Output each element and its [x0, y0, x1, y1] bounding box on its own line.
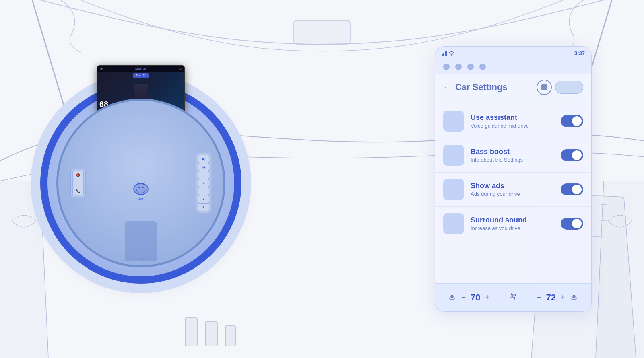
- svg-rect-12: [446, 51, 447, 56]
- toggle-show-ads[interactable]: [561, 183, 583, 195]
- climate-right-minus[interactable]: −: [535, 293, 543, 302]
- skip-back-btn[interactable]: |◀: [198, 163, 209, 171]
- stop-button[interactable]: [537, 80, 552, 95]
- climate-left-minus[interactable]: −: [460, 293, 467, 302]
- menu-btn[interactable]: ☰: [198, 171, 209, 179]
- setting-text-bass-boost: Bass boost Info about the Settings: [471, 148, 554, 163]
- phone-btn[interactable]: 📞: [72, 187, 84, 195]
- climate-right: − 72 +: [535, 292, 579, 303]
- climate-bar: − 70 + − 72 +: [435, 283, 591, 311]
- panel-dot-1: [443, 64, 450, 70]
- setting-item-use-assistant: Use assistant Voice guidance mid-drive: [435, 104, 591, 138]
- stop-icon: [541, 84, 547, 90]
- setting-icon-bass-boost: [443, 145, 464, 166]
- settings-list: Use assistant Voice guidance mid-drive B…: [435, 101, 591, 282]
- svg-rect-11: [445, 51, 446, 56]
- fan-icon: [508, 292, 518, 303]
- nav-street: Main St: [135, 67, 146, 70]
- panel-dot-2: [455, 64, 462, 70]
- climate-left-value: 70: [471, 292, 480, 303]
- steering-outer-ring: ◉ Main St ▭ Main St 68 mph: [40, 82, 242, 284]
- climate-right-value: 72: [546, 292, 555, 303]
- header-left: ← Car Settings: [443, 82, 508, 93]
- setting-name-show-ads: Show ads: [471, 182, 554, 190]
- climate-left: − 70 +: [448, 292, 491, 303]
- setting-name-use-assistant: Use assistant: [471, 113, 554, 122]
- airbag-label: AIR BAG: [134, 257, 147, 260]
- setting-item-bass-boost: Bass boost Info about the Settings: [435, 138, 591, 173]
- svg-point-8: [142, 187, 144, 188]
- settings-panel: 3:37 ← Car Settings Use assistant Voice …: [435, 46, 592, 312]
- heat-seat-icon: [448, 292, 456, 303]
- status-bar: 3:37: [435, 47, 591, 60]
- heat-seat-right-icon: [570, 292, 578, 303]
- toggle-surround-sound[interactable]: [561, 218, 583, 230]
- steering-right-group: ▶| |◀ ☰ ✓ ← ▲ ▼: [196, 153, 211, 213]
- climate-center: [508, 292, 518, 303]
- svg-rect-0: [294, 20, 350, 44]
- mute-btn[interactable]: 🔇: [72, 171, 84, 179]
- steering-buttons-right: ▶| |◀ ☰ ✓ ← ▲ ▼: [196, 153, 211, 213]
- panel-header: ← Car Settings: [435, 74, 591, 101]
- nav-street-label: Main St: [133, 73, 149, 78]
- steering-buttons-left: 🔇 − 📞: [70, 169, 86, 197]
- setting-text-use-assistant: Use assistant Voice guidance mid-drive: [471, 113, 554, 129]
- header-right: [537, 80, 583, 95]
- svg-point-7: [138, 187, 140, 188]
- down-btn[interactable]: ▼: [198, 203, 209, 211]
- toggle-knob-surround-sound: [572, 219, 582, 228]
- climate-right-plus[interactable]: +: [559, 293, 567, 302]
- android-label: adt: [131, 197, 151, 201]
- android-logo: adt: [131, 181, 151, 201]
- setting-icon-surround-sound: [443, 213, 464, 234]
- steering-wheel-section: ◉ Main St ▭ Main St 68 mph: [24, 32, 258, 334]
- steering-left-group: 🔇 − 📞: [70, 169, 86, 197]
- panel-title: Car Settings: [455, 82, 508, 93]
- signal-icon: [442, 51, 447, 56]
- status-time: 3:37: [574, 50, 585, 56]
- status-left: [442, 51, 454, 56]
- panel-dot-4: [479, 64, 486, 70]
- climate-left-plus[interactable]: +: [483, 293, 491, 302]
- toggle-knob-use-assistant: [572, 116, 582, 126]
- arrow-btn[interactable]: ←: [198, 187, 209, 195]
- setting-desc-use-assistant: Voice guidance mid-drive: [471, 123, 554, 129]
- svg-rect-10: [443, 53, 444, 56]
- svg-point-16: [512, 296, 514, 297]
- toggle-use-assistant[interactable]: [561, 115, 583, 127]
- setting-desc-show-ads: Ads during your drive: [471, 191, 554, 197]
- toggle-knob-show-ads: [572, 185, 582, 194]
- check-btn[interactable]: ✓: [198, 179, 209, 187]
- setting-desc-bass-boost: Info about the Settings: [471, 157, 554, 163]
- vol-down-btn[interactable]: −: [72, 179, 84, 187]
- steering-inner: 🔇 − 📞 ▶| |◀ ☰ ✓ ← ▲ ▼: [56, 99, 225, 267]
- up-btn[interactable]: ▲: [198, 195, 209, 203]
- svg-rect-9: [442, 54, 443, 56]
- nav-top-bar: ◉ Main St ▭: [97, 66, 184, 72]
- setting-name-bass-boost: Bass boost: [471, 148, 554, 156]
- svg-point-13: [451, 55, 452, 56]
- setting-text-surround-sound: Surround sound Increase as you drive: [471, 216, 554, 231]
- setting-icon-show-ads: [443, 179, 464, 200]
- header-pill[interactable]: [555, 81, 583, 94]
- back-button[interactable]: ←: [443, 83, 451, 92]
- steering-bottom-spoke: AIR BAG: [125, 221, 157, 261]
- setting-item-show-ads: Show ads Ads during your drive: [435, 173, 591, 207]
- skip-fwd-btn[interactable]: ▶|: [198, 155, 209, 163]
- setting-name-surround-sound: Surround sound: [471, 216, 554, 224]
- setting-item-surround-sound: Surround sound Increase as you drive: [435, 207, 591, 241]
- setting-icon-use-assistant: [443, 111, 464, 132]
- toggle-bass-boost[interactable]: [561, 149, 583, 161]
- panel-dots-row: [435, 60, 591, 74]
- setting-desc-surround-sound: Increase as you drive: [471, 225, 554, 231]
- setting-text-show-ads: Show ads Ads during your drive: [471, 182, 554, 197]
- panel-dot-3: [467, 64, 474, 70]
- wifi-icon: [449, 51, 454, 56]
- toggle-knob-bass-boost: [572, 150, 582, 160]
